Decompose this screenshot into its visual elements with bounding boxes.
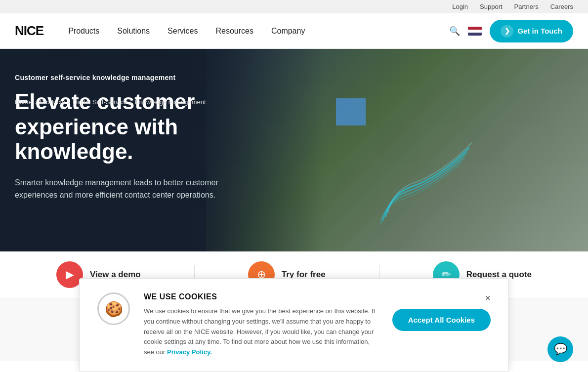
- breadcrumb: Home › Products › Digital Self-Service ›…: [0, 92, 221, 112]
- nav-company[interactable]: Company: [271, 27, 305, 36]
- utility-bar: Login Support Partners Careers: [0, 0, 588, 13]
- get-in-touch-button[interactable]: ❯ Get in Touch: [490, 20, 573, 42]
- hero-section: Home › Products › Digital Self-Service ›…: [0, 49, 588, 251]
- accept-cookies-button[interactable]: Accept All Cookies: [392, 309, 491, 331]
- cookie-content: WE USE COOKIES We use cookies to ensure …: [144, 292, 378, 358]
- hero-description: Smarter knowledge management leads to be…: [15, 176, 262, 202]
- nav-services[interactable]: Services: [168, 27, 198, 36]
- search-icon[interactable]: 🔍: [449, 26, 460, 37]
- breadcrumb-home[interactable]: Home: [15, 98, 32, 106]
- login-link[interactable]: Login: [452, 3, 468, 10]
- breadcrumb-digital-self-service[interactable]: Digital Self-Service: [73, 98, 127, 106]
- breadcrumb-current: Knowledge management: [135, 98, 206, 106]
- privacy-policy-link[interactable]: Privacy Policy.: [167, 348, 212, 356]
- logo[interactable]: NICE: [15, 23, 43, 39]
- blue-square-decoration: [336, 98, 366, 125]
- breadcrumb-products[interactable]: Products: [40, 98, 65, 106]
- cookie-banner: 🍪 WE USE COOKIES We use cookies to ensur…: [79, 278, 509, 372]
- language-flag[interactable]: [468, 27, 482, 36]
- cookie-body: We use cookies to ensure that we give yo…: [144, 306, 378, 358]
- header-right: 🔍 ❯ Get in Touch: [449, 20, 573, 42]
- cookie-icon: 🍪: [97, 292, 130, 325]
- cookie-actions: × Accept All Cookies: [392, 292, 491, 331]
- careers-link[interactable]: Careers: [550, 3, 573, 10]
- chat-bubble[interactable]: 💬: [547, 336, 573, 362]
- breadcrumb-sep-2: ›: [68, 99, 70, 105]
- cookie-title: WE USE COOKIES: [144, 292, 378, 301]
- cta-label: Get in Touch: [517, 27, 562, 35]
- header: NICE Products Solutions Services Resourc…: [0, 13, 588, 49]
- nav-solutions[interactable]: Solutions: [117, 27, 150, 36]
- breadcrumb-sep-3: ›: [130, 99, 132, 105]
- nav-products[interactable]: Products: [68, 27, 99, 36]
- breadcrumb-sep-1: ›: [35, 99, 37, 105]
- main-nav: Products Solutions Services Resources Co…: [68, 27, 449, 36]
- hero-subtitle: Customer self-service knowledge manageme…: [15, 74, 301, 82]
- cookie-close-button[interactable]: ×: [485, 292, 491, 304]
- nav-resources[interactable]: Resources: [215, 27, 253, 36]
- support-link[interactable]: Support: [480, 3, 503, 10]
- partners-link[interactable]: Partners: [514, 3, 539, 10]
- cta-arrow-icon: ❯: [501, 25, 513, 38]
